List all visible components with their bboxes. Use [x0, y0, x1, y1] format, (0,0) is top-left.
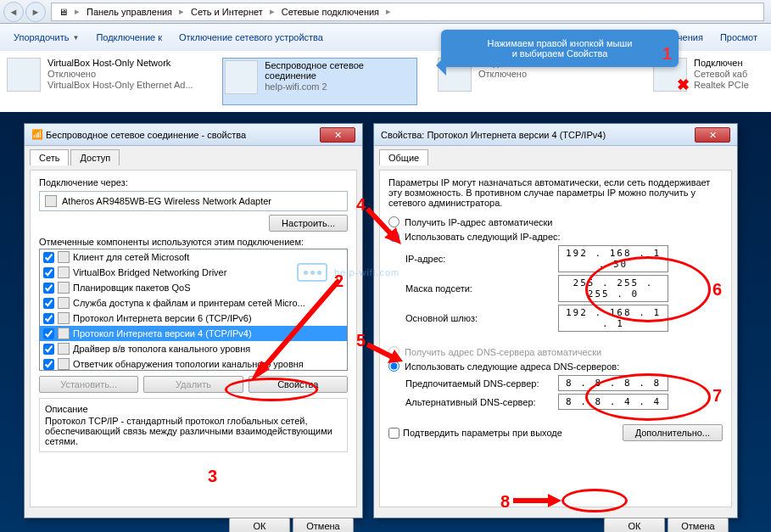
- adapter-field: Atheros AR9485WB-EG Wireless Network Ada…: [39, 191, 348, 211]
- properties-button[interactable]: Свойства: [249, 376, 348, 393]
- component-icon: [58, 343, 70, 355]
- adapter-icon: [45, 195, 57, 207]
- component-checkbox[interactable]: [43, 267, 54, 278]
- toolbar-disable[interactable]: Отключение сетевого устройства: [172, 29, 330, 46]
- component-icon: [58, 328, 70, 339]
- list-item-selected[interactable]: Протокол Интернета версии 4 (TCP/IPv4): [40, 326, 347, 341]
- breadcrumb-part[interactable]: Сеть и Интернет: [187, 7, 266, 17]
- list-item[interactable]: VirtualBox Bridged Networking Driver: [40, 265, 347, 280]
- mask-label: Маска подсети:: [405, 283, 558, 294]
- close-icon[interactable]: ✕: [320, 127, 355, 143]
- confirm-checkbox-row[interactable]: Подтвердить параметры при выходе: [388, 428, 562, 439]
- component-checkbox[interactable]: [43, 252, 54, 263]
- disconnected-icon: ✖: [677, 76, 690, 94]
- dialog-titlebar[interactable]: 📶 Беспроводное сетевое соединение - свой…: [25, 124, 362, 146]
- component-checkbox[interactable]: [43, 328, 54, 339]
- dlg2.dns2[interactable]: 8 . 8 . 4 . 4: [558, 394, 668, 410]
- radio-input[interactable]: [388, 216, 399, 227]
- cancel-button[interactable]: Отмена: [668, 518, 729, 532]
- network-status: Отключено: [47, 69, 193, 79]
- breadcrumb-part[interactable]: Сетевые подключения: [278, 7, 383, 17]
- list-item[interactable]: Ответчик обнаружения топологии канальног…: [40, 356, 347, 371]
- dns2-label: Альтернативный DNS-сервер:: [405, 397, 558, 407]
- install-button[interactable]: Установить...: [39, 376, 138, 393]
- breadcrumb[interactable]: 🖥 ▸ Панель управления ▸ Сеть и Интернет …: [51, 3, 764, 21]
- radio-auto-dns: Получить адрес DNS-сервера автоматически: [388, 346, 723, 357]
- component-checkbox[interactable]: [43, 359, 54, 370]
- radio-manual-dns[interactable]: Использовать следующие адреса DNS-сервер…: [388, 361, 723, 372]
- annotation-number-1: 1: [662, 44, 672, 64]
- adapter-name: Atheros AR9485WB-EG Wireless Network Ada…: [62, 196, 271, 206]
- description-label: Описание: [45, 404, 342, 414]
- ok-button[interactable]: ОК: [604, 518, 665, 532]
- confirm-checkbox[interactable]: [388, 428, 399, 439]
- gateway-input[interactable]: 192 . 168 . 1 . 1: [558, 305, 668, 332]
- list-item[interactable]: Служба доступа к файлам и принтерам сете…: [40, 295, 347, 311]
- description-text: Протокол TCP/IP - стандартный протокол г…: [45, 416, 342, 446]
- remove-button[interactable]: Удалить: [143, 376, 243, 393]
- network-adapter: help-wifi.com 2: [265, 81, 415, 92]
- ip-input[interactable]: 192 . 168 . 1 . 50: [558, 245, 668, 272]
- component-icon: [58, 358, 70, 370]
- ip-label: IP-адрес:: [405, 254, 558, 264]
- component-icon: [58, 312, 70, 324]
- cancel-button[interactable]: Отмена: [293, 518, 354, 532]
- network-name: Подключен: [694, 58, 749, 68]
- tab-network[interactable]: Сеть: [30, 149, 69, 165]
- radio-manual-ip[interactable]: Использовать следующий IP-адрес:: [388, 231, 723, 242]
- properties-dialog-ipv4: Свойства: Протокол Интернета версии 4 (T…: [373, 123, 738, 518]
- network-adapter: Realtek PCIe: [694, 80, 749, 90]
- close-icon[interactable]: ✕: [695, 127, 730, 143]
- adapter-icon: 📶: [31, 129, 43, 140]
- connect-via-label: Подключение через:: [39, 177, 348, 188]
- component-icon: [58, 297, 70, 309]
- radio-auto-ip[interactable]: Получить IP-адрес автоматически: [388, 216, 723, 227]
- toolbar-partial-right[interactable]: Просмот: [713, 29, 764, 46]
- annotation-callout: Нажимаем правой кнопкой мыши и выбираем …: [441, 30, 679, 67]
- list-item[interactable]: Планировщик пакетов QoS: [40, 280, 347, 295]
- tab-general[interactable]: Общие: [379, 149, 428, 165]
- dns1-input[interactable]: 8 . 8 . 8 . 8: [558, 375, 668, 391]
- nav-forward-button[interactable]: ►: [25, 2, 46, 22]
- network-name: Беспроводное сетевое соединение: [265, 60, 415, 81]
- ok-button[interactable]: ОК: [229, 518, 290, 532]
- mask-input[interactable]: 255 . 255 . 255 . 0: [558, 275, 668, 302]
- network-item-selected[interactable]: Беспроводное сетевое соединение help-wif…: [222, 58, 417, 105]
- dialog-titlebar[interactable]: Свойства: Протокол Интернета версии 4 (T…: [374, 124, 737, 146]
- advanced-button[interactable]: Дополнительно...: [623, 424, 723, 441]
- breadcrumb-part[interactable]: Панель управления: [83, 7, 176, 17]
- network-icon: [7, 58, 41, 92]
- network-adapter: Отключено: [478, 69, 538, 79]
- toolbar-connect[interactable]: Подключение к: [89, 29, 169, 46]
- network-name: VirtualBox Host-Only Network: [47, 58, 193, 68]
- nav-back-button[interactable]: ◄: [3, 2, 24, 22]
- radio-input[interactable]: [388, 361, 399, 372]
- callout-line1: Нажимаем правой кнопкой мыши: [453, 38, 667, 48]
- components-list[interactable]: Клиент для сетей Microsoft VirtualBox Br…: [39, 249, 348, 371]
- radio-input[interactable]: [388, 231, 399, 242]
- configure-button[interactable]: Настроить...: [269, 215, 348, 232]
- list-item[interactable]: Протокол Интернета версии 6 (TCP/IPv6): [40, 311, 347, 326]
- properties-dialog-wireless: 📶 Беспроводное сетевое соединение - свой…: [24, 123, 363, 518]
- description-box: Описание Протокол TCP/IP - стандартный п…: [39, 398, 348, 452]
- breadcrumb-icon: 🖥: [55, 7, 71, 17]
- component-checkbox[interactable]: [43, 313, 54, 324]
- list-item[interactable]: Клиент для сетей Microsoft: [40, 249, 347, 265]
- callout-line2: и выбираем Свойства: [453, 48, 667, 59]
- component-checkbox[interactable]: [43, 298, 54, 309]
- gateway-label: Основной шлюз:: [405, 313, 558, 323]
- component-checkbox[interactable]: [43, 344, 54, 355]
- list-item[interactable]: Драйвер в/в тополога канального уровня: [40, 341, 347, 356]
- component-icon: [58, 282, 70, 294]
- explorer-address-bar: ◄ ► 🖥 ▸ Панель управления ▸ Сеть и Интер…: [0, 0, 771, 24]
- radio-input: [388, 346, 399, 357]
- network-adapter: VirtualBox Host-Only Ethernet Ad...: [47, 80, 193, 90]
- components-label: Отмеченные компоненты используются этим …: [39, 237, 348, 247]
- tab-access[interactable]: Доступ: [70, 149, 120, 165]
- network-status: Сетевой каб: [694, 69, 749, 79]
- toolbar-organize[interactable]: Упорядочить▼: [7, 29, 86, 46]
- network-item[interactable]: VirtualBox Host-Only Network Отключено V…: [7, 58, 202, 105]
- component-icon: [58, 251, 70, 263]
- component-checkbox[interactable]: [43, 283, 54, 294]
- intro-text: Параметры IP могут назначаться автоматич…: [388, 177, 723, 208]
